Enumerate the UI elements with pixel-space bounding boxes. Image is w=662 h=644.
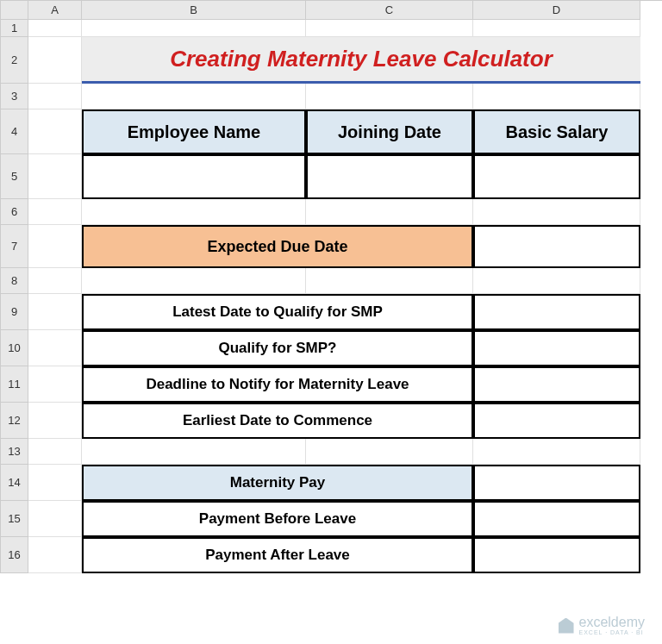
- select-all-corner[interactable]: [1, 1, 28, 20]
- label-payment-after[interactable]: Payment After Leave: [82, 537, 473, 573]
- cell-a2[interactable]: [28, 37, 82, 84]
- cell-b1[interactable]: [82, 20, 306, 37]
- input-joining-date[interactable]: [306, 154, 473, 199]
- header-maternity-pay[interactable]: Maternity Pay: [82, 465, 473, 501]
- watermark-main: exceldemy: [579, 616, 645, 629]
- cell-c8[interactable]: [306, 268, 473, 294]
- watermark-logo-icon: [559, 618, 574, 634]
- cell-c13[interactable]: [306, 439, 473, 465]
- row-header-3[interactable]: 3: [1, 84, 28, 109]
- cell-b13[interactable]: [82, 439, 306, 465]
- input-employee-name[interactable]: [82, 154, 306, 199]
- cell-b8[interactable]: [82, 268, 306, 294]
- cell-c3[interactable]: [306, 84, 473, 109]
- spreadsheet-grid: A B C D 1 2 Creating Maternity Leave Cal…: [0, 0, 662, 573]
- row-header-8[interactable]: 8: [1, 268, 28, 294]
- cell-a9[interactable]: [28, 294, 82, 330]
- col-header-c[interactable]: C: [306, 1, 473, 20]
- label-latest-date-smp[interactable]: Latest Date to Qualify for SMP: [82, 294, 473, 330]
- cell-a4[interactable]: [28, 109, 82, 154]
- label-deadline-notify[interactable]: Deadline to Notify for Maternity Leave: [82, 366, 473, 403]
- row-header-10[interactable]: 10: [1, 330, 28, 366]
- watermark: exceldemy EXCEL · DATA · BI: [559, 616, 645, 635]
- row-header-4[interactable]: 4: [1, 109, 28, 154]
- row-header-14[interactable]: 14: [1, 465, 28, 501]
- cell-a6[interactable]: [28, 199, 82, 225]
- cell-a13[interactable]: [28, 439, 82, 465]
- watermark-sub: EXCEL · DATA · BI: [579, 629, 645, 635]
- row-header-6[interactable]: 6: [1, 199, 28, 225]
- row-header-9[interactable]: 9: [1, 294, 28, 330]
- label-earliest-commence[interactable]: Earliest Date to Commence: [82, 403, 473, 439]
- value-maternity-pay[interactable]: [473, 465, 640, 501]
- value-payment-after[interactable]: [473, 537, 640, 573]
- cell-c1[interactable]: [306, 20, 473, 37]
- cell-b3[interactable]: [82, 84, 306, 109]
- cell-d1[interactable]: [473, 20, 640, 37]
- cell-a7[interactable]: [28, 225, 82, 268]
- row-header-13[interactable]: 13: [1, 439, 28, 465]
- header-employee-name[interactable]: Employee Name: [82, 109, 306, 154]
- input-basic-salary[interactable]: [473, 154, 640, 199]
- label-qualify-smp[interactable]: Qualify for SMP?: [82, 330, 473, 366]
- watermark-text: exceldemy EXCEL · DATA · BI: [579, 616, 645, 635]
- value-payment-before[interactable]: [473, 501, 640, 537]
- cell-a16[interactable]: [28, 537, 82, 573]
- row-header-15[interactable]: 15: [1, 501, 28, 537]
- row-header-1[interactable]: 1: [1, 20, 28, 37]
- cell-d6[interactable]: [473, 199, 640, 225]
- row-header-5[interactable]: 5: [1, 154, 28, 199]
- cell-a1[interactable]: [28, 20, 82, 37]
- cell-a10[interactable]: [28, 330, 82, 366]
- label-expected-due-date[interactable]: Expected Due Date: [82, 225, 473, 268]
- col-header-b[interactable]: B: [82, 1, 306, 20]
- row-header-12[interactable]: 12: [1, 403, 28, 439]
- cell-b6[interactable]: [82, 199, 306, 225]
- cell-a8[interactable]: [28, 268, 82, 294]
- row-header-11[interactable]: 11: [1, 366, 28, 403]
- cell-d3[interactable]: [473, 84, 640, 109]
- cell-c6[interactable]: [306, 199, 473, 225]
- cell-d13[interactable]: [473, 439, 640, 465]
- title-cell[interactable]: Creating Maternity Leave Calculator: [82, 37, 640, 84]
- value-latest-date-smp[interactable]: [473, 294, 640, 330]
- row-header-2[interactable]: 2: [1, 37, 28, 84]
- label-payment-before[interactable]: Payment Before Leave: [82, 501, 473, 537]
- row-header-16[interactable]: 16: [1, 537, 28, 573]
- cell-a5[interactable]: [28, 154, 82, 199]
- cell-a12[interactable]: [28, 403, 82, 439]
- value-qualify-smp[interactable]: [473, 330, 640, 366]
- col-header-d[interactable]: D: [473, 1, 640, 20]
- input-expected-due-date[interactable]: [473, 225, 640, 268]
- row-header-7[interactable]: 7: [1, 225, 28, 268]
- cell-a15[interactable]: [28, 501, 82, 537]
- col-header-a[interactable]: A: [28, 1, 82, 20]
- header-basic-salary[interactable]: Basic Salary: [473, 109, 640, 154]
- cell-a11[interactable]: [28, 366, 82, 403]
- cell-a14[interactable]: [28, 465, 82, 501]
- cell-a3[interactable]: [28, 84, 82, 109]
- header-joining-date[interactable]: Joining Date: [306, 109, 473, 154]
- cell-d8[interactable]: [473, 268, 640, 294]
- value-earliest-commence[interactable]: [473, 403, 640, 439]
- value-deadline-notify[interactable]: [473, 366, 640, 403]
